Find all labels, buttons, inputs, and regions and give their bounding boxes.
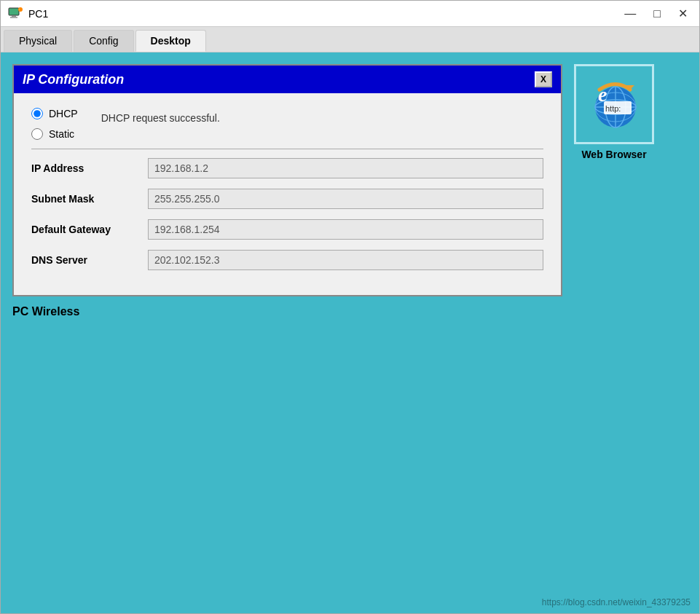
radio-group: DHCP Static DHCP request successful. (31, 108, 543, 140)
default-gateway-label: Default Gateway (31, 224, 148, 235)
svg-text:http:: http: (605, 104, 621, 113)
dns-server-row: DNS Server (31, 250, 543, 270)
internet-explorer-icon: e http: (585, 75, 643, 133)
pc-wireless-section: PC Wireless (12, 305, 688, 318)
divider (31, 149, 543, 149)
desktop-content: IP Configuration X DHCP Static (1, 52, 699, 613)
maximize-button[interactable]: □ (649, 7, 665, 21)
ip-address-input[interactable] (148, 158, 543, 178)
pc-wireless-label: PC Wireless (12, 305, 79, 318)
tab-config[interactable]: Config (74, 30, 133, 52)
title-bar-controls: — □ ✕ (620, 7, 692, 21)
web-browser-icon-box: e http: (574, 64, 654, 144)
default-gateway-row: Default Gateway (31, 219, 543, 240)
svg-rect-2 (10, 17, 17, 18)
minimize-button[interactable]: — (620, 7, 640, 21)
svg-rect-1 (12, 15, 16, 17)
tab-desktop[interactable]: Desktop (135, 30, 206, 52)
svg-text:!: ! (19, 8, 20, 12)
ip-address-row: IP Address (31, 158, 543, 178)
svg-rect-0 (9, 8, 19, 15)
web-browser-label: Web Browser (581, 149, 646, 160)
dns-server-label: DNS Server (31, 254, 148, 266)
ip-address-label: IP Address (31, 162, 148, 174)
ip-config-title: IP Configuration (23, 72, 124, 87)
ip-config-header: IP Configuration X (14, 66, 561, 93)
subnet-mask-label: Subnet Mask (31, 193, 148, 205)
static-radio-label[interactable]: Static (31, 128, 78, 140)
tab-bar: Physical Config Desktop (1, 27, 699, 52)
main-window: ! PC1 — □ ✕ Physical Config Desktop IP C… (0, 0, 700, 614)
subnet-mask-row: Subnet Mask (31, 189, 543, 209)
ip-config-body: DHCP Static DHCP request successful. IP … (14, 93, 561, 295)
pc-icon: ! (8, 7, 23, 21)
watermark: https://blog.csdn.net/weixin_43379235 (542, 597, 691, 607)
dhcp-message: DHCP request successful. (101, 108, 220, 124)
dns-server-input[interactable] (148, 250, 543, 270)
static-radio[interactable] (31, 128, 43, 140)
ip-config-close-button[interactable]: X (535, 71, 552, 87)
dhcp-radio-label[interactable]: DHCP (31, 108, 78, 119)
window-title: PC1 (28, 8, 48, 20)
web-browser-icon[interactable]: e http: Web Browser (574, 64, 654, 160)
subnet-mask-input[interactable] (148, 189, 543, 209)
dhcp-radio[interactable] (31, 108, 43, 119)
ip-config-dialog: IP Configuration X DHCP Static (12, 64, 562, 296)
title-bar-left: ! PC1 (8, 7, 48, 21)
top-row: IP Configuration X DHCP Static (12, 64, 688, 296)
tab-physical[interactable]: Physical (4, 30, 72, 52)
title-bar: ! PC1 — □ ✕ (1, 1, 699, 27)
radio-col: DHCP Static (31, 108, 78, 140)
default-gateway-input[interactable] (148, 219, 543, 240)
close-button[interactable]: ✕ (674, 7, 692, 21)
